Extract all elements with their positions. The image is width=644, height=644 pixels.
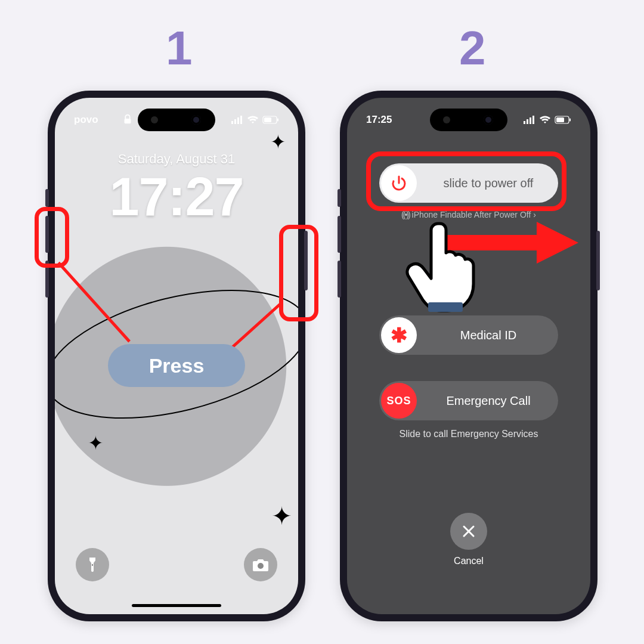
- dynamic-island: [138, 109, 215, 131]
- step-number-2: 2: [459, 21, 486, 76]
- lock-icon: [121, 113, 134, 126]
- wifi-icon: [539, 116, 551, 124]
- svg-rect-3: [234, 119, 236, 124]
- emergency-sos-slider[interactable]: SOS Emergency Call: [379, 381, 558, 420]
- power-off-knob[interactable]: [381, 165, 417, 201]
- cancel-button[interactable]: Cancel: [450, 513, 487, 566]
- svg-rect-14: [532, 116, 534, 124]
- sos-hint: Slide to call Emergency Services: [347, 429, 590, 439]
- mute-switch[interactable]: [338, 189, 341, 207]
- side-button[interactable]: [596, 231, 600, 290]
- volume-down-button[interactable]: [338, 261, 341, 298]
- svg-rect-16: [556, 117, 564, 122]
- sos-icon: SOS: [386, 395, 411, 407]
- volume-up-button[interactable]: [45, 216, 49, 253]
- lock-time: 17:27: [55, 166, 298, 228]
- asterisk-icon: ✱: [391, 323, 407, 347]
- signal-icon: [231, 116, 243, 124]
- svg-rect-2: [231, 121, 233, 124]
- signal-icon: [524, 116, 535, 124]
- press-callout: Press: [108, 344, 245, 387]
- medical-id-knob[interactable]: ✱: [381, 317, 417, 353]
- camera-icon: [252, 558, 270, 572]
- sparkle-icon: ✦: [88, 432, 104, 454]
- close-icon: [461, 524, 476, 539]
- lock-date: Saturday, August 31: [55, 151, 298, 167]
- svg-rect-4: [237, 117, 239, 124]
- medical-id-slider[interactable]: ✱ Medical ID: [379, 315, 558, 355]
- volume-up-button[interactable]: [338, 216, 341, 253]
- svg-rect-11: [524, 121, 525, 124]
- cancel-label: Cancel: [454, 556, 484, 566]
- step-number-1: 1: [166, 21, 193, 76]
- svg-point-10: [258, 563, 264, 569]
- medical-id-label: Medical ID: [419, 329, 558, 342]
- sparkle-icon: ✦: [270, 131, 286, 153]
- power-off-label: slide to power off: [419, 177, 558, 190]
- power-off-slider[interactable]: slide to power off: [379, 163, 558, 203]
- camera-button[interactable]: [244, 548, 277, 581]
- svg-rect-5: [240, 116, 242, 124]
- battery-icon: [262, 116, 279, 124]
- flashlight-button[interactable]: [76, 548, 109, 581]
- home-indicator[interactable]: [132, 604, 221, 607]
- svg-rect-9: [92, 564, 93, 566]
- svg-rect-17: [569, 119, 571, 122]
- svg-rect-8: [277, 119, 278, 122]
- power-off-screen: 17:25: [347, 98, 590, 614]
- svg-rect-13: [530, 117, 531, 124]
- side-button[interactable]: [304, 231, 308, 290]
- carrier-label: povo: [74, 114, 98, 126]
- wifi-icon: [247, 116, 259, 124]
- svg-rect-7: [264, 117, 271, 122]
- dynamic-island: [430, 109, 507, 131]
- flashlight-icon: [85, 556, 100, 573]
- mute-switch[interactable]: [45, 189, 49, 207]
- sos-label: Emergency Call: [419, 394, 558, 408]
- sos-knob[interactable]: SOS: [381, 383, 417, 419]
- svg-rect-1: [125, 119, 131, 123]
- sparkle-icon: ✦: [271, 501, 292, 531]
- chevron-right-icon: ›: [533, 210, 536, 219]
- power-icon: [390, 174, 408, 192]
- phone-step-1: ✦ ✦ ✦ povo: [48, 91, 305, 621]
- svg-rect-12: [527, 119, 528, 124]
- status-time: 17:25: [366, 114, 392, 126]
- phone-step-2: 17:25: [340, 91, 597, 621]
- findable-note[interactable]: ((•)) iPhone Findable After Power Off ›: [347, 210, 590, 219]
- volume-down-button[interactable]: [45, 261, 49, 298]
- battery-icon: [555, 116, 571, 124]
